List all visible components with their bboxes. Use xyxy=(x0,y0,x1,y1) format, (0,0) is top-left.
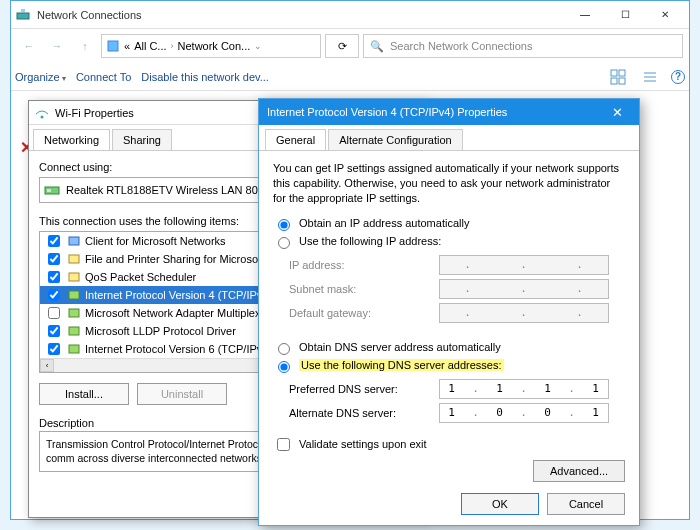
tab-sharing[interactable]: Sharing xyxy=(112,129,172,150)
radio-input[interactable] xyxy=(278,343,290,355)
validate-checkbox-row[interactable]: Validate settings upon exit xyxy=(273,435,625,454)
svg-rect-15 xyxy=(69,273,79,281)
forward-button[interactable]: → xyxy=(45,34,69,58)
window-title: Network Connections xyxy=(37,9,565,21)
protocol-icon xyxy=(67,306,81,320)
view-icons-button[interactable] xyxy=(607,66,629,88)
view-details-button[interactable] xyxy=(639,66,661,88)
back-button[interactable]: ← xyxy=(17,34,41,58)
protocol-icon xyxy=(67,324,81,338)
svg-rect-3 xyxy=(611,70,617,76)
ip-address-label: IP address: xyxy=(289,259,439,271)
install-button[interactable]: Install... xyxy=(39,383,129,405)
svg-rect-12 xyxy=(47,189,51,192)
advanced-button[interactable]: Advanced... xyxy=(533,460,625,482)
refresh-button[interactable]: ⟳ xyxy=(325,34,359,58)
breadcrumb-seg2[interactable]: Network Con... xyxy=(178,40,251,52)
preferred-dns-field[interactable]: 1. 1. 1. 1 xyxy=(439,379,609,399)
checkbox[interactable] xyxy=(48,235,60,247)
tab-alternate-config[interactable]: Alternate Configuration xyxy=(328,129,463,150)
minimize-button[interactable]: — xyxy=(565,2,605,28)
checkbox[interactable] xyxy=(48,253,60,265)
network-icon xyxy=(15,7,31,23)
search-placeholder: Search Network Connections xyxy=(390,40,532,52)
service-icon xyxy=(67,252,81,266)
search-input[interactable]: 🔍 Search Network Connections xyxy=(363,34,683,58)
tab-general[interactable]: General xyxy=(265,129,326,150)
breadcrumb-root: « xyxy=(124,40,130,52)
radio-ip-manual[interactable]: Use the following IP address: xyxy=(273,234,625,249)
svg-rect-13 xyxy=(69,237,79,245)
ipv4-description: You can get IP settings assigned automat… xyxy=(273,161,625,206)
adapter-name: Realtek RTL8188ETV Wireless LAN 802. xyxy=(66,184,267,196)
checkbox[interactable] xyxy=(48,289,60,301)
nav-bar: ← → ↑ « All C... › Network Con... ⌄ ⟳ 🔍 … xyxy=(11,29,689,63)
gateway-field: ... xyxy=(439,303,609,323)
ipv4-title-bar: Internet Protocol Version 4 (TCP/IPv4) P… xyxy=(259,99,639,125)
alternate-dns-field[interactable]: 1. 0. 0. 1 xyxy=(439,403,609,423)
checkbox[interactable] xyxy=(48,307,60,319)
radio-input[interactable] xyxy=(278,361,290,373)
control-panel-icon xyxy=(106,39,120,53)
svg-rect-16 xyxy=(69,291,79,299)
help-icon[interactable]: ? xyxy=(671,70,685,84)
uninstall-button: Uninstall xyxy=(137,383,227,405)
svg-rect-1 xyxy=(21,9,25,12)
maximize-button[interactable]: ☐ xyxy=(605,2,645,28)
ip-address-field: ... xyxy=(439,255,609,275)
validate-checkbox[interactable] xyxy=(277,438,290,451)
chevron-right-icon: › xyxy=(171,41,174,51)
radio-ip-auto[interactable]: Obtain an IP address automatically xyxy=(273,216,625,231)
checkbox[interactable] xyxy=(48,271,60,283)
close-button[interactable]: ✕ xyxy=(645,2,685,28)
command-bar: Organize Connect To Disable this network… xyxy=(11,63,689,91)
subnet-mask-label: Subnet mask: xyxy=(289,283,439,295)
ipv4-dialog-title: Internet Protocol Version 4 (TCP/IPv4) P… xyxy=(267,106,507,118)
search-icon: 🔍 xyxy=(370,40,384,53)
checkbox[interactable] xyxy=(48,325,60,337)
protocol-icon xyxy=(67,288,81,302)
disable-device-button[interactable]: Disable this network dev... xyxy=(141,71,269,83)
up-button[interactable]: ↑ xyxy=(73,34,97,58)
protocol-icon xyxy=(67,342,81,356)
nic-icon xyxy=(44,182,60,198)
chevron-down-icon[interactable]: ⌄ xyxy=(254,41,262,51)
svg-rect-6 xyxy=(619,78,625,84)
scroll-left-button[interactable]: ‹ xyxy=(40,359,54,372)
gateway-label: Default gateway: xyxy=(289,307,439,319)
client-icon xyxy=(67,234,81,248)
subnet-mask-field: ... xyxy=(439,279,609,299)
wifi-icon xyxy=(35,106,49,120)
svg-rect-4 xyxy=(619,70,625,76)
preferred-dns-label: Preferred DNS server: xyxy=(289,383,439,395)
connect-to-button[interactable]: Connect To xyxy=(76,71,131,83)
svg-rect-19 xyxy=(69,345,79,353)
ok-button[interactable]: OK xyxy=(461,493,539,515)
svg-rect-17 xyxy=(69,309,79,317)
organize-menu[interactable]: Organize xyxy=(15,71,66,83)
svg-rect-0 xyxy=(17,13,29,19)
alternate-dns-label: Alternate DNS server: xyxy=(289,407,439,419)
svg-point-10 xyxy=(41,115,44,118)
svg-rect-14 xyxy=(69,255,79,263)
service-icon xyxy=(67,270,81,284)
close-button[interactable]: ✕ xyxy=(603,105,631,120)
radio-input[interactable] xyxy=(278,219,290,231)
ipv4-tabs: General Alternate Configuration xyxy=(259,125,639,151)
svg-rect-18 xyxy=(69,327,79,335)
breadcrumb[interactable]: « All C... › Network Con... ⌄ xyxy=(101,34,321,58)
svg-rect-5 xyxy=(611,78,617,84)
wifi-dialog-title: Wi-Fi Properties xyxy=(55,107,134,119)
ipv4-properties-dialog: Internet Protocol Version 4 (TCP/IPv4) P… xyxy=(258,98,640,526)
svg-rect-2 xyxy=(108,41,118,51)
tab-networking[interactable]: Networking xyxy=(33,129,110,150)
checkbox[interactable] xyxy=(48,343,60,355)
radio-input[interactable] xyxy=(278,237,290,249)
radio-dns-auto[interactable]: Obtain DNS server address automatically xyxy=(273,340,625,355)
radio-dns-manual[interactable]: Use the following DNS server addresses: xyxy=(273,358,625,373)
cancel-button[interactable]: Cancel xyxy=(547,493,625,515)
title-bar: Network Connections — ☐ ✕ xyxy=(11,1,689,29)
window-controls: — ☐ ✕ xyxy=(565,2,685,28)
breadcrumb-seg1[interactable]: All C... xyxy=(134,40,166,52)
